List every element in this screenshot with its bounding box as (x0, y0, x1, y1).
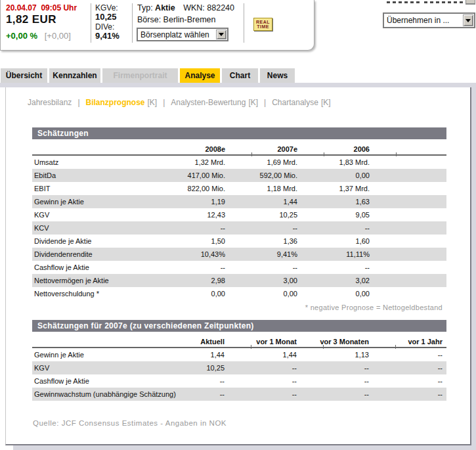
table-title-bar: Schätzungen (32, 127, 446, 139)
column-header: 2007e (251, 145, 324, 153)
cell-value: 9,41% (251, 248, 324, 261)
table-row: Cashflow je Aktie------ (32, 261, 446, 274)
row-label: Gewinn je Aktie (32, 195, 179, 208)
typ-label: Typ: (137, 3, 153, 12)
cell-value: -- (395, 361, 446, 374)
change-absolute: [+0,00] (45, 31, 71, 41)
cell-value: 1,19 (179, 195, 251, 208)
row-spacer (396, 248, 446, 261)
quote-change: +0,00 % [+0,00] (6, 31, 71, 41)
tab-firmenportrait: Firmenportrait (102, 68, 178, 83)
column-header: vor 1 Jahr (395, 338, 446, 346)
dropdown-arrow-button[interactable] (463, 14, 473, 26)
cell-value: 1,60 (324, 235, 396, 248)
table-row: Nettoverschuldung *0,000,000,00 (32, 287, 446, 300)
cell-value: 417,00 Mio. (179, 169, 251, 182)
change-percent: +0,00 % (6, 31, 37, 41)
tab-uebersicht[interactable]: Übersicht (1, 68, 47, 83)
cell-value: -- (395, 374, 446, 388)
subnav-divider: | (264, 98, 266, 107)
boersenplatz-select[interactable]: Börsenplatz wählen (137, 28, 228, 41)
cell-value: 1,32 Mrd. (179, 156, 251, 169)
row-label: KGV (32, 208, 179, 221)
row-label: Gewinnwachstum (unabhängige Schätzung) (32, 388, 179, 401)
subnav-divider: | (77, 98, 79, 107)
boersenplatz-select-label: Börsenplatz wählen (141, 30, 209, 39)
cell-value: 1,13 (323, 348, 395, 361)
row-label: Dividende je Aktie (32, 235, 179, 248)
cell-value: 3,00 (251, 274, 324, 287)
table-body: Umsatz1,32 Mrd.1,69 Mrd.1,83 Mrd.EbitDa4… (32, 156, 446, 300)
typ-value: Aktie (155, 3, 175, 12)
subnav-k-suffix: [K] (321, 98, 331, 107)
table-body: Gewinn je Aktie1,441,441,13--KGV10,25---… (32, 348, 446, 401)
cell-value: -- (323, 388, 395, 401)
exchange-line: Börse: Berlin-Bremen (137, 15, 216, 24)
column-header: vor 1 Monat (251, 338, 323, 346)
table-title-bar: Schätzungen für 2007e (zu verschiedenen … (32, 320, 446, 332)
table-row: Cashflow je Aktie-------- (32, 374, 446, 388)
page-right-margin (471, 83, 476, 450)
subnav-k-suffix: [K] (148, 98, 158, 107)
tab-chart[interactable]: Chart (222, 68, 258, 83)
cell-value: -- (179, 261, 251, 274)
tab-analyse[interactable]: Analyse (180, 68, 220, 83)
clipped-text-fragment (424, 1, 465, 3)
cell-value: -- (179, 374, 251, 388)
cell-value: 0,00 (324, 169, 396, 182)
row-spacer (396, 182, 446, 195)
column-header-spacer (396, 146, 446, 153)
table-row: KGV10,25------ (32, 361, 446, 374)
divider (132, 3, 133, 43)
table-row: KCV------ (32, 221, 446, 235)
row-spacer (396, 274, 446, 287)
cell-value: 1,50 (179, 235, 251, 248)
cell-value: -- (324, 221, 396, 235)
row-label: KGV (32, 361, 179, 374)
chevron-down-icon (465, 19, 471, 22)
row-label: Umsatz (32, 156, 179, 169)
cell-value: -- (251, 221, 324, 235)
subnav-jahresbilanz[interactable]: Jahresbilanz (28, 98, 72, 107)
cell-value: 1,44 (251, 348, 323, 361)
realtime-line1: REAL (256, 20, 270, 24)
cell-value: 10,25 (179, 361, 251, 374)
kgve-label: KGVe: (95, 3, 118, 12)
row-spacer (396, 261, 446, 274)
cell-value: 0,00 (324, 287, 396, 300)
row-label: Nettoverschuldung * (32, 287, 179, 300)
table-column-headers: Aktuellvor 1 Monatvor 3 Monatenvor 1 Jah… (32, 332, 446, 348)
subnav-bilanzprognose[interactable]: Bilanzprognose (86, 98, 145, 107)
dive-value: 9,41% (95, 31, 119, 41)
table-footnote: * negative Prognose = Nettogeldbestand (32, 304, 446, 311)
cell-value: 2,98 (179, 274, 251, 287)
column-header: vor 3 Monaten (323, 338, 395, 346)
estimates-history-table: Schätzungen für 2007e (zu verschiedenen … (32, 320, 446, 401)
table-row: KGV12,4310,259,05 (32, 208, 446, 221)
analyse-panel: Jahresbilanz|Bilanzprognose[K]|Analysten… (5, 87, 471, 445)
subnav-k-suffix: [K] (248, 98, 258, 107)
tab-kennzahlen[interactable]: Kennzahlen (49, 68, 100, 83)
cell-value: -- (324, 261, 396, 274)
cell-value: 0,00 (179, 287, 251, 300)
divider (91, 3, 91, 43)
cell-value: -- (323, 374, 395, 388)
uebernehmen-select[interactable]: Übernehmen in ... (383, 12, 475, 28)
cell-value: 592,00 Mio. (251, 169, 324, 182)
dropdown-arrow-button[interactable] (465, 0, 475, 5)
dropdown-arrow-button[interactable] (216, 30, 227, 39)
quote-price: 1,82 EUR (6, 13, 56, 26)
page-band (0, 83, 476, 87)
table-row: Gewinn je Aktie1,441,441,13-- (32, 348, 446, 361)
uebernehmen-select-label: Übernehmen in ... (387, 16, 449, 25)
cell-value: 1,18 Mrd. (251, 182, 324, 195)
row-label: EbitDa (32, 169, 179, 182)
column-header: 2008e (179, 145, 251, 153)
tab-news[interactable]: News (260, 68, 295, 83)
subnav-chartanalyse[interactable]: Chartanalyse (272, 98, 318, 107)
cell-value: 1,36 (251, 235, 324, 248)
cell-value: -- (251, 361, 323, 374)
sub-navigation: Jahresbilanz|Bilanzprognose[K]|Analysten… (28, 98, 331, 107)
row-spacer (396, 287, 446, 300)
subnav-analysten-bewertung[interactable]: Analysten-Bewertung (171, 98, 246, 107)
